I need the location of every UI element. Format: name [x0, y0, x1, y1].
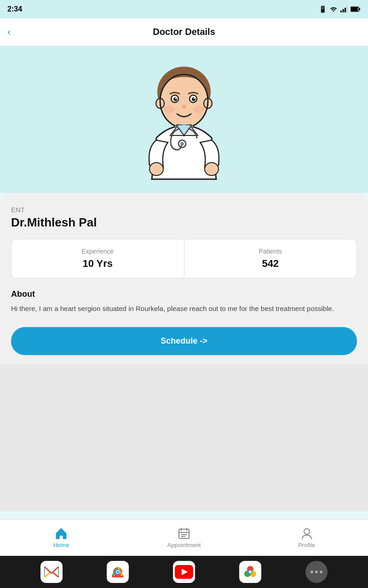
signal-icon: [340, 6, 348, 12]
svg-point-16: [192, 97, 196, 101]
patients-stat: Patients 542: [184, 239, 357, 278]
bottom-nav: Home Appointment Profile: [0, 519, 368, 556]
patients-value: 542: [190, 258, 351, 270]
gmail-app-icon[interactable]: [40, 561, 63, 583]
svg-point-35: [304, 529, 310, 534]
svg-rect-6: [351, 7, 358, 11]
svg-rect-7: [359, 8, 361, 10]
svg-point-55: [310, 571, 313, 573]
home-label: Home: [53, 542, 69, 548]
battery-icon: [351, 6, 361, 12]
svg-point-20: [164, 106, 175, 113]
svg-rect-28: [60, 536, 63, 539]
svg-point-24: [150, 163, 163, 175]
svg-point-18: [194, 98, 195, 99]
schedule-button[interactable]: Schedule ->: [11, 327, 357, 355]
scrollable-content: ENT Dr.Mithlesh Pal Experience 10 Yrs Pa…: [0, 46, 368, 588]
about-title: About: [11, 289, 357, 299]
wifi-icon: [329, 6, 338, 12]
svg-rect-3: [345, 8, 346, 12]
svg-point-27: [180, 142, 184, 146]
appointment-icon: [178, 527, 190, 540]
status-bar: 2:34 📱: [0, 0, 368, 18]
patients-label: Patients: [190, 248, 351, 255]
svg-point-25: [205, 163, 218, 175]
phone-icon: 📱: [319, 6, 327, 13]
youtube-app-icon[interactable]: [173, 561, 195, 583]
more-apps-icon[interactable]: [305, 561, 328, 583]
specialty-label: ENT: [11, 206, 357, 214]
svg-rect-2: [343, 9, 344, 12]
svg-point-17: [175, 98, 177, 99]
about-text: Hi there, I am a heart sergion situated …: [11, 304, 357, 314]
experience-stat: Experience 10 Yrs: [12, 239, 184, 278]
main-content: [0, 364, 368, 511]
back-button[interactable]: ‹: [7, 26, 26, 38]
profile-icon: [300, 527, 313, 540]
experience-value: 10 Yrs: [17, 258, 178, 270]
chrome-app-icon[interactable]: [107, 561, 129, 583]
home-icon: [55, 527, 68, 540]
photos-app-icon[interactable]: [239, 561, 261, 583]
top-nav: ‹ Doctor Details: [0, 18, 368, 46]
status-icons: 📱: [319, 6, 361, 13]
svg-point-54: [249, 571, 252, 573]
doctor-illustration: [133, 55, 235, 184]
svg-marker-0: [333, 11, 334, 12]
svg-point-15: [173, 97, 177, 101]
nav-item-home[interactable]: Home: [43, 527, 80, 548]
nav-item-appointment[interactable]: Appointment: [166, 527, 202, 548]
status-time: 2:34: [7, 5, 22, 13]
svg-point-19: [182, 105, 186, 108]
nav-item-profile[interactable]: Profile: [288, 527, 325, 548]
svg-rect-4: [346, 6, 348, 12]
appointment-label: Appointment: [167, 542, 201, 548]
doctor-hero: [0, 46, 368, 193]
info-card: ENT Dr.Mithlesh Pal Experience 10 Yrs Pa…: [0, 193, 368, 364]
svg-point-21: [193, 106, 204, 113]
svg-point-57: [320, 571, 322, 573]
page-title: Doctor Details: [26, 27, 342, 37]
experience-label: Experience: [17, 248, 178, 255]
doctor-name: Dr.Mithlesh Pal: [11, 215, 357, 230]
stats-box: Experience 10 Yrs Patients 542: [11, 239, 357, 278]
system-dock: [0, 556, 368, 588]
svg-point-56: [315, 571, 318, 573]
about-section: About Hi there, I am a heart sergion sit…: [11, 289, 357, 314]
profile-label: Profile: [298, 542, 315, 548]
svg-point-47: [117, 571, 119, 573]
svg-rect-1: [340, 11, 342, 12]
